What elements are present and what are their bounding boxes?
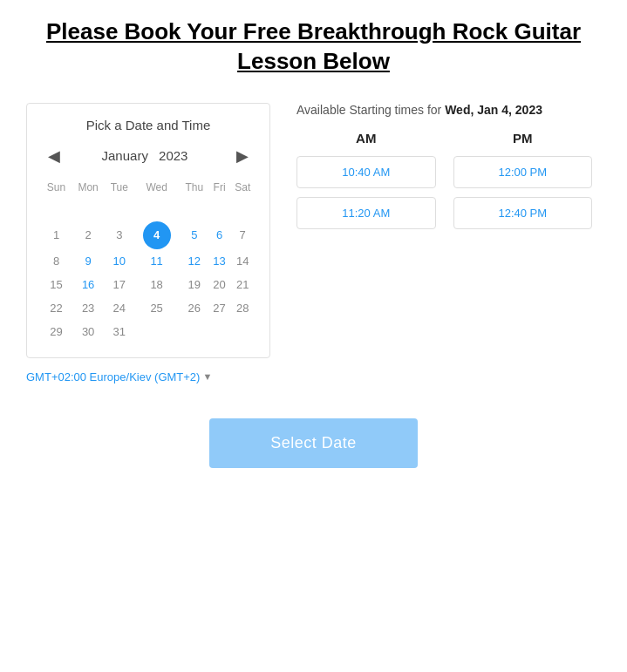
calendar-day	[133, 320, 179, 343]
calendar-day	[209, 211, 230, 221]
timezone-dropdown-arrow[interactable]: ▼	[200, 371, 212, 382]
calendar-day: 27	[209, 296, 230, 320]
calendar-day[interactable]: 9	[72, 249, 105, 273]
calendar-day: 18	[133, 273, 179, 296]
calendar-day	[209, 320, 230, 343]
month-label: January	[102, 148, 148, 163]
timezone-row: GMT+02:00 Europe/Kiev (GMT+2) ▼	[17, 370, 610, 384]
calendar-day: 25	[133, 296, 179, 320]
calendar-day[interactable]: 6	[209, 221, 230, 249]
dow-header: Wed	[133, 178, 179, 200]
calendar-day: 1	[41, 221, 72, 249]
calendar-day[interactable]: 10	[105, 249, 133, 273]
dow-header: Sat	[229, 178, 256, 200]
calendar-day: 24	[105, 296, 133, 320]
am-timeslot[interactable]: 11:20 AM	[296, 197, 436, 229]
calendar-day: 17	[105, 273, 133, 296]
prev-month-button[interactable]: ◀	[41, 145, 67, 167]
pm-timeslot[interactable]: 12:00 PM	[453, 156, 593, 188]
dow-header: Sun	[41, 178, 72, 200]
calendar-day: 26	[180, 296, 209, 320]
calendar-header: ◀ January 2023 ▶	[41, 145, 256, 167]
dow-header: Fri	[209, 178, 230, 200]
calendar-day[interactable]: 4	[133, 221, 179, 249]
am-column: AM 10:40 AM11:20 AM	[296, 131, 436, 238]
pick-label: Pick a Date and Time	[41, 118, 256, 132]
calendar-day	[133, 211, 179, 221]
calendar-day: 31	[105, 320, 133, 343]
calendar-day[interactable]: 11	[133, 249, 179, 273]
calendar-day	[229, 211, 256, 221]
calendar-day	[180, 211, 209, 221]
dow-header: Mon	[72, 178, 105, 200]
select-date-button[interactable]: Select Date	[209, 418, 418, 468]
calendar-day	[105, 211, 133, 221]
calendar-day: 14	[229, 249, 256, 273]
calendar-day: 2	[72, 221, 105, 249]
calendar-day	[229, 320, 256, 343]
timezone-label: GMT+02:00 Europe/Kiev (GMT+2)	[26, 370, 200, 384]
calendar-day	[180, 320, 209, 343]
timeslot-section: Available Starting times for Wed, Jan 4,…	[288, 103, 601, 358]
calendar-grid: SunMonTueWedThuFriSat 123456789101112131…	[41, 178, 256, 343]
am-timeslot[interactable]: 10:40 AM	[296, 156, 436, 188]
calendar-day: 15	[41, 273, 72, 296]
time-columns: AM 10:40 AM11:20 AM PM 12:00 PM12:40 PM	[296, 131, 592, 238]
dow-header: Thu	[180, 178, 209, 200]
calendar-day: 28	[229, 296, 256, 320]
year-label: 2023	[159, 148, 187, 163]
calendar-day[interactable]: 5	[180, 221, 209, 249]
calendar-day: 23	[72, 296, 105, 320]
calendar-section: Pick a Date and Time ◀ January 2023 ▶ Su…	[26, 103, 270, 358]
available-label: Available Starting times for Wed, Jan 4,…	[296, 103, 592, 117]
next-month-button[interactable]: ▶	[229, 145, 256, 167]
pm-column: PM 12:00 PM12:40 PM	[453, 131, 593, 238]
calendar-day	[72, 211, 105, 221]
calendar-day: 7	[229, 221, 256, 249]
pm-header: PM	[453, 131, 593, 146]
calendar-day	[41, 211, 72, 221]
am-header: AM	[296, 131, 436, 146]
selected-date-label: Wed, Jan 4, 2023	[445, 103, 542, 117]
main-container: Pick a Date and Time ◀ January 2023 ▶ Su…	[17, 103, 610, 358]
dow-header: Tue	[105, 178, 133, 200]
calendar-day[interactable]: 12	[180, 249, 209, 273]
calendar-day: 22	[41, 296, 72, 320]
pm-timeslot[interactable]: 12:40 PM	[453, 197, 593, 229]
calendar-day: 8	[41, 249, 72, 273]
calendar-day: 29	[41, 320, 72, 343]
calendar-day: 30	[72, 320, 105, 343]
calendar-day: 3	[105, 221, 133, 249]
page-title: Please Book Your Free Breakthrough Rock …	[26, 17, 602, 77]
month-year-label: January 2023	[102, 148, 195, 163]
calendar-day: 20	[209, 273, 230, 296]
calendar-day[interactable]: 13	[209, 249, 230, 273]
calendar-day: 21	[229, 273, 256, 296]
calendar-day: 19	[180, 273, 209, 296]
calendar-day[interactable]: 16	[72, 273, 105, 296]
